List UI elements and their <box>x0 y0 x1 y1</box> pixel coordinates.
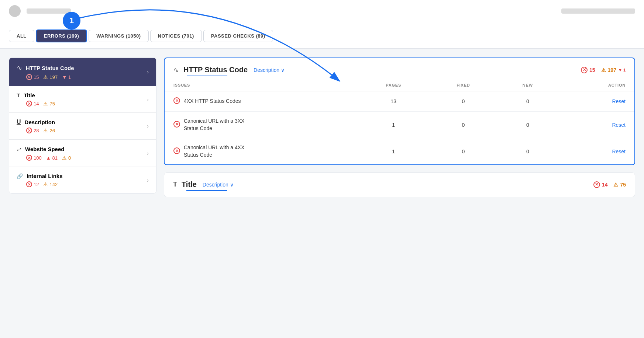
sidebar-chevron: › <box>147 177 149 183</box>
sidebar-item-links-content: 🔗 Internal Links ✕ 12 ⚠ 142 <box>17 173 144 187</box>
sidebar-item-title[interactable]: T Title ✕ 14 ⚠ 75 › <box>9 86 156 113</box>
table-row: ✕ Canonical URL with a 3XXStatus Code 1 … <box>165 112 634 138</box>
title-stats: ✕ 14 ⚠ 75 <box>17 101 144 107</box>
warning-triangle-icon: ⚠ <box>613 182 618 188</box>
title-icon: T <box>17 92 20 98</box>
desc-underline <box>187 76 227 76</box>
http-status-warnings: ⚠ 197 <box>43 74 58 80</box>
increase-arrow-icon: ▼ <box>62 74 67 80</box>
sidebar-item-header: ∿ HTTP Status Code <box>17 64 144 72</box>
col-new: NEW <box>497 79 558 91</box>
description-warnings: ⚠ 26 <box>43 128 55 133</box>
card-title-errors: ✕ 14 <box>593 181 608 188</box>
main-content: ∿ HTTP Status Code ✕ 15 ⚠ 197 ▼ 1 <box>0 49 644 206</box>
http-status-card: ∿ HTTP Status Code Description ∨ ✕ 15 ⚠ … <box>164 58 635 165</box>
links-errors: ✕ 12 <box>26 181 39 187</box>
annotation-circle-1: 1 <box>63 12 80 29</box>
warning-triangle-icon: ⚠ <box>43 181 48 187</box>
http-status-increase: ▼ 1 <box>62 74 71 80</box>
title-errors: ✕ 14 <box>26 101 39 107</box>
warning-triangle-icon: ⚠ <box>43 128 48 133</box>
speed-stats: ✕ 100 ▲ 81 ⚠ 0 <box>17 155 144 161</box>
card-http-errors: ✕ 15 <box>581 67 595 73</box>
card-title-desc-btn[interactable]: Description ∨ <box>203 182 234 188</box>
pages-cell: 13 <box>358 91 430 112</box>
action-cell[interactable]: Reset <box>558 91 634 112</box>
new-cell: 0 <box>497 112 558 138</box>
sidebar-item-desc-content: U Description ✕ 28 ⚠ 26 <box>17 119 144 133</box>
fixed-cell: 0 <box>430 91 497 112</box>
issue-text: Canonical URL with a 4XXStatus Code <box>184 144 244 158</box>
action-cell[interactable]: Reset <box>558 138 634 165</box>
issue-text: 4XX HTTP Status Codes <box>184 98 241 105</box>
speed-increase: ▲ 81 <box>46 155 58 161</box>
card-title-warnings: ⚠ 75 <box>613 182 626 188</box>
description-icon: U <box>17 119 21 125</box>
increase-arrow-up-icon: ▲ <box>46 155 51 161</box>
fixed-cell: 0 <box>430 138 497 165</box>
links-warnings: ⚠ 142 <box>43 181 58 187</box>
tab-passed[interactable]: PASSED CHECKS (89) <box>203 30 273 42</box>
warnings-increase-badge: ▼ 1 <box>618 68 626 72</box>
warning-triangle-icon: ⚠ <box>601 67 606 73</box>
sidebar-chevron: › <box>147 69 149 75</box>
sidebar-item-description[interactable]: U Description ✕ 28 ⚠ 26 › <box>9 113 156 140</box>
links-label: Internal Links <box>27 173 63 179</box>
tab-warnings[interactable]: WARNINGS (1050) <box>89 30 148 42</box>
warning-triangle-icon: ⚠ <box>43 101 48 107</box>
title-label: Title <box>24 92 35 98</box>
sidebar-chevron: › <box>147 123 149 129</box>
speed-errors: ✕ 100 <box>26 155 42 161</box>
col-pages: PAGES <box>358 79 430 91</box>
description-stats: ✕ 28 ⚠ 26 <box>17 128 144 133</box>
speed-icon: ⇌ <box>17 146 21 153</box>
sidebar-item-title-header: T Title <box>17 92 144 98</box>
table-row: ✕ 4XX HTTP Status Codes 13 0 0 Reset <box>165 91 634 112</box>
row-error-icon: ✕ <box>173 97 180 105</box>
card-header-title: T Title Description ∨ ✕ 14 ⚠ 75 <box>164 173 635 189</box>
error-circle-icon: ✕ <box>26 101 32 107</box>
links-icon: 🔗 <box>17 173 23 179</box>
warning-triangle-icon: ⚠ <box>62 155 67 161</box>
logo <box>9 5 21 17</box>
filter-area: 1 ALL ERRORS (169) WARNINGS (1050) NOTIC… <box>0 22 644 49</box>
chevron-down-icon: ∨ <box>230 182 234 188</box>
sidebar-item-website-speed[interactable]: ⇌ Website Speed ✕ 100 ▲ 81 ⚠ 0 <box>9 140 156 167</box>
sidebar-item-internal-links[interactable]: 🔗 Internal Links ✕ 12 ⚠ 142 › <box>9 167 156 193</box>
card-title-label: Title <box>182 180 197 189</box>
tab-notices[interactable]: NOTICES (701) <box>150 30 202 42</box>
table-row: ✕ Canonical URL with a 4XXStatus Code 1 … <box>165 138 634 165</box>
error-circle-icon: ✕ <box>26 74 32 80</box>
http-status-title: HTTP Status Code <box>26 65 74 71</box>
new-cell: 0 <box>497 138 558 165</box>
issue-text: Canonical URL with a 3XXStatus Code <box>184 118 244 132</box>
description-label: Description <box>25 119 55 125</box>
error-circle-icon: ✕ <box>593 181 600 188</box>
fixed-cell: 0 <box>430 112 497 138</box>
right-panel: ∿ HTTP Status Code Description ∨ ✕ 15 ⚠ … <box>164 58 635 197</box>
http-status-icon: ∿ <box>17 64 22 72</box>
row-error-icon: ✕ <box>173 147 180 156</box>
sidebar-item-http-status[interactable]: ∿ HTTP Status Code ✕ 15 ⚠ 197 ▼ 1 <box>9 58 156 86</box>
pages-cell: 1 <box>358 112 430 138</box>
card-title-icon: T <box>173 181 177 188</box>
tab-errors[interactable]: ERRORS (169) <box>36 29 87 42</box>
col-fixed: FIXED <box>430 79 497 91</box>
pages-cell: 1 <box>358 138 430 165</box>
topbar-title-blur <box>27 8 71 14</box>
error-circle-icon: ✕ <box>26 128 32 133</box>
row-error-icon: ✕ <box>173 121 180 129</box>
topbar-right-blur <box>561 8 635 14</box>
action-cell[interactable]: Reset <box>558 112 634 138</box>
http-status-table: ISSUES PAGES FIXED NEW ACTION ✕ <box>165 79 634 164</box>
sidebar-item-desc-header: U Description <box>17 119 144 125</box>
card-http-desc-btn[interactable]: Description ∨ <box>254 67 285 73</box>
description-errors: ✕ 28 <box>26 128 39 133</box>
sidebar: ∿ HTTP Status Code ✕ 15 ⚠ 197 ▼ 1 <box>9 58 156 194</box>
svg-text:✕: ✕ <box>175 122 179 126</box>
tab-all[interactable]: ALL <box>9 30 34 42</box>
error-circle-icon: ✕ <box>581 67 588 73</box>
col-issues: ISSUES <box>165 79 358 91</box>
card-http-warnings: ⚠ 197 ▼ 1 <box>601 67 626 73</box>
http-status-errors: ✕ 15 <box>26 74 39 80</box>
